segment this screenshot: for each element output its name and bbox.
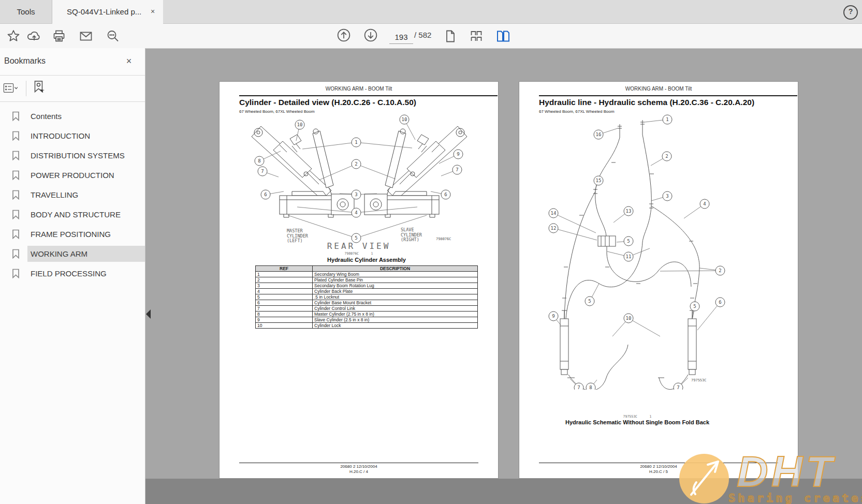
callout-7: 7	[674, 378, 688, 390]
bookmark-icon	[11, 249, 20, 259]
table-cell: .5 in Locknut	[313, 294, 478, 300]
footer-doc-number: 20680 2 12/10/2004	[239, 464, 478, 469]
svg-text:7: 7	[677, 385, 679, 390]
callout-2: 2	[660, 266, 725, 275]
table-cell: Cylinder Lock	[313, 323, 478, 329]
footer-rule	[239, 463, 478, 463]
svg-text:2: 2	[719, 268, 721, 273]
table-cell: Cylinder Control Link	[313, 306, 478, 312]
table-cell: 10	[256, 323, 313, 329]
header-rule	[539, 95, 797, 96]
print-icon[interactable]	[52, 29, 66, 43]
bookmark-item-working-arm[interactable]: WORKING ARM	[0, 244, 145, 263]
callout-8: 8	[586, 380, 597, 390]
search-zoom-icon[interactable]	[106, 29, 120, 43]
scrolling-page-view-icon[interactable]	[469, 29, 484, 43]
svg-text:9: 9	[457, 152, 459, 157]
collapse-panel-icon[interactable]	[146, 309, 151, 319]
table-cell: 3	[256, 283, 313, 289]
divider	[0, 101, 145, 102]
table-cell: 5	[256, 294, 313, 300]
svg-text:3: 3	[666, 194, 668, 199]
document-tab-label: SQ-044V1-Linked p...	[67, 0, 141, 23]
svg-text:7: 7	[456, 167, 458, 172]
table-row: 8Master Cylinder (2.75 in x 8 in)	[256, 312, 478, 317]
help-icon[interactable]: ?	[843, 5, 858, 20]
svg-text:3: 3	[355, 192, 357, 197]
bookmarks-list: ContentsINTRODUCTIONDISTRIBUTION SYSTEMS…	[0, 106, 145, 283]
bookmarks-toolbar	[0, 76, 145, 101]
bookmarks-close-icon[interactable]: ×	[123, 55, 135, 67]
previous-page-icon[interactable]	[337, 28, 351, 42]
bookmark-item-travelling[interactable]: TRAVELLING	[0, 185, 145, 204]
two-page-view-icon[interactable]	[496, 29, 510, 43]
page-right: WORKING ARM - BOOM Tilt Hydraulic line -…	[519, 81, 798, 479]
svg-text:7: 7	[577, 385, 580, 390]
callout-9: 9	[549, 312, 561, 325]
bookmark-icon	[11, 131, 20, 141]
app-window: { "window": { "tools_tab": "Tools", "doc…	[0, 0, 862, 504]
svg-text:5: 5	[693, 304, 696, 309]
bookmark-item-contents[interactable]: Contents	[0, 106, 145, 126]
svg-text:13: 13	[626, 209, 632, 214]
slave-cylinder-label: SLAVE CYLINDER (RIGHT)	[401, 228, 422, 243]
section-title: Hydraulic line - Hydraulic schema (H.20.…	[539, 98, 754, 107]
email-icon[interactable]	[79, 29, 93, 43]
bookmark-item-introduction[interactable]: INTRODUCTION	[0, 126, 145, 145]
tab-tools[interactable]: Tools	[0, 0, 52, 23]
star-favorites-icon[interactable]	[6, 29, 21, 43]
svg-text:6: 6	[264, 192, 267, 197]
viewer-bottom-band	[145, 479, 862, 504]
bookmark-item-label: INTRODUCTION	[27, 128, 145, 144]
table-cell: 7	[256, 306, 313, 312]
single-page-view-icon[interactable]	[443, 29, 458, 43]
bookmark-item-body-and-structure[interactable]: BODY AND STRUCTURE	[0, 204, 145, 224]
callout-2: 2	[651, 152, 671, 166]
svg-text:1: 1	[666, 117, 668, 122]
page-header: WORKING ARM - BOOM Tilt	[220, 86, 498, 92]
cylinder-diagram: 101019827763645	[230, 114, 489, 243]
table-row: 7Cylinder Control Link	[256, 306, 478, 312]
table-cell: Secondary Wing Boom	[313, 272, 478, 277]
figure-id: 798076C	[436, 237, 451, 241]
bookmark-item-frame-positioning[interactable]: FRAME POSITIONING	[0, 224, 145, 244]
table-cell: Cylinder Back Plate	[313, 289, 478, 294]
table-cell: 4	[256, 289, 313, 294]
bookmark-icon	[11, 269, 20, 278]
next-page-icon[interactable]	[363, 28, 378, 42]
callout-10: 10	[295, 120, 304, 141]
cloud-upload-icon[interactable]	[27, 29, 41, 43]
table-row: 3Secondary Boom Rotation Lug	[256, 283, 478, 289]
page-left: WORKING ARM - BOOM Tilt Cylinder - Detai…	[219, 81, 499, 479]
bookmark-item-power-production[interactable]: POWER PRODUCTION	[0, 165, 145, 185]
callout-5: 5	[617, 236, 633, 246]
tab-document[interactable]: SQ-044V1-Linked p... ×	[52, 0, 163, 24]
callout-15: 15	[594, 176, 603, 190]
svg-text:8: 8	[589, 385, 592, 390]
table-cell: 8	[256, 312, 313, 317]
bookmark-item-label: FRAME POSITIONING	[27, 226, 145, 242]
tab-bar: Tools SQ-044V1-Linked p... × ?	[0, 0, 862, 24]
svg-text:8: 8	[258, 158, 260, 164]
callout-10: 10	[612, 314, 660, 336]
callout-12: 12	[549, 224, 597, 240]
bookmark-icon	[11, 111, 20, 121]
bookmark-options-icon[interactable]	[3, 81, 18, 95]
bookmark-icon	[11, 151, 20, 160]
bookmark-item-label: BODY AND STRUCTURE	[27, 206, 145, 223]
bookmark-item-label: FIELD PROCESSING	[27, 265, 145, 281]
bookmark-icon	[11, 229, 20, 239]
page-footer: 20680 2 12/10/2004 H.20.C / 5	[539, 464, 778, 474]
figure-caption: Hydraulic Schematic Without Single Boom …	[519, 419, 755, 425]
current-bookmark-icon[interactable]	[31, 80, 46, 94]
table-row: 10Cylinder Lock	[256, 323, 478, 329]
callout-6: 6	[697, 298, 725, 330]
footer-rule	[539, 463, 778, 463]
bookmark-item-field-processing[interactable]: FIELD PROCESSING	[0, 263, 145, 283]
bookmark-item-distribution-systems[interactable]: DISTRIBUTION SYSTEMS	[0, 145, 145, 165]
table-cell: 9	[256, 317, 313, 323]
page-number-input[interactable]	[389, 30, 413, 44]
bookmark-item-label: DISTRIBUTION SYSTEMS	[27, 147, 145, 164]
table-header-row: REF DESCRIPTION	[256, 266, 478, 272]
close-tab-icon[interactable]: ×	[148, 6, 158, 17]
